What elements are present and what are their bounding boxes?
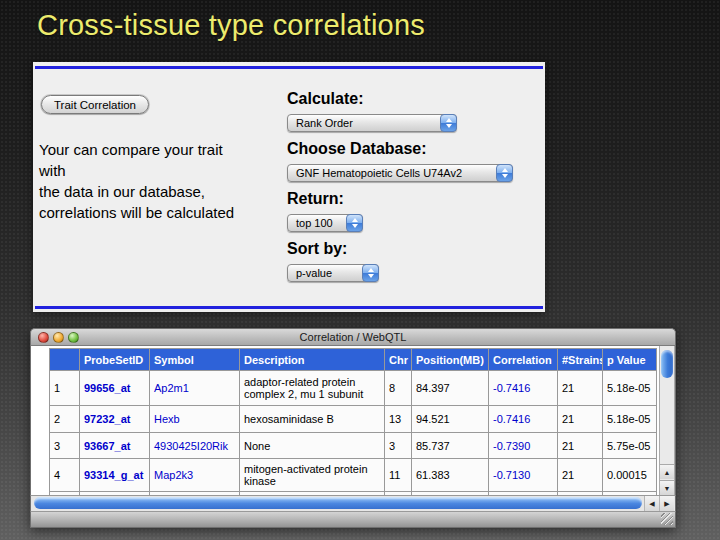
vertical-scrollbar-thumb[interactable] [661,350,673,378]
cell-position: 94.521 [412,406,489,433]
trait-correlation-button[interactable]: Trait Correlation [41,95,149,114]
column-header-description: Description [240,349,385,371]
database-label: Choose Database: [287,140,539,158]
column-header-position: Position(MB) [412,349,489,371]
cell-pvalue: 0.00015 [603,459,657,492]
select-stepper-arrows-icon [346,214,363,232]
window-title: Correlation / WebQTL [300,331,407,343]
resize-grip[interactable] [661,513,673,525]
table-row: 4 93314_g_at Map2k3 mitogen-activated pr… [50,459,657,492]
window-content: ProbeSetID Symbol Description Chr Positi… [30,346,676,495]
database-selected-value: GNF Hematopoietic Cells U74Av2 [296,167,462,179]
cell-index: 3 [50,433,80,459]
column-header-pvalue: p Value [603,349,657,371]
zoom-window-icon[interactable] [68,332,79,343]
description-line: with [39,160,284,181]
correlation-results-window: Correlation / WebQTL ProbeSetID Symbol D… [30,328,676,528]
table-header-row: ProbeSetID Symbol Description Chr Positi… [50,349,657,371]
horizontal-scrollbar[interactable]: ◀ ▶ [30,495,676,512]
cell-probesetid-link[interactable]: 93667_at [80,433,150,459]
cell-strains: 21 [558,371,603,406]
cell-correlation-link[interactable]: -0.7390 [489,433,558,459]
cell-description: mitogen-activated protein kinase [240,459,385,492]
select-stepper-arrows-icon [362,264,379,282]
cell-strains: 21 [558,406,603,433]
cell-symbol-link[interactable]: Map2k3 [150,459,240,492]
cell-symbol-link[interactable]: 4930425I20Rik [150,433,240,459]
return-selected-value: top 100 [296,217,333,229]
form-options-column: Calculate: Rank Order Choose Database: G… [287,90,539,282]
horizontal-scrollbar-thumb[interactable] [34,497,642,509]
form-description: Your can compare your trait with the dat… [39,139,284,223]
scroll-up-arrow-icon[interactable]: ▲ [660,464,674,479]
column-header-symbol: Symbol [150,349,240,371]
cell-chr: 3 [385,433,412,459]
cell-description: hexosaminidase B [240,406,385,433]
scroll-left-arrow-icon[interactable]: ◀ [644,496,659,511]
column-header-correlation: Correlation [489,349,558,371]
description-line: Your can compare your trait [39,139,284,160]
table-row: 3 93667_at 4930425I20Rik None 3 85.737 -… [50,433,657,459]
cell-chr: 8 [385,371,412,406]
column-header-probesetid: ProbeSetID [80,349,150,371]
top-divider-rule [35,66,543,69]
close-window-icon[interactable] [38,332,49,343]
return-label: Return: [287,190,539,208]
cell-index: 1 [50,371,80,406]
cell-chr: 13 [385,406,412,433]
cell-probesetid-link[interactable]: 97232_at [80,406,150,433]
calculate-selected-value: Rank Order [296,117,353,129]
return-select[interactable]: top 100 [287,214,363,232]
scroll-right-arrow-icon[interactable]: ▶ [659,496,674,511]
description-line: correlations will be calculated [39,202,284,223]
window-titlebar[interactable]: Correlation / WebQTL [30,328,676,346]
table-row: 1 99656_at Ap2m1 adaptor-related protein… [50,371,657,406]
cell-symbol-link[interactable]: Ap2m1 [150,371,240,406]
slide-background: Cross-tissue type correlations Trait Cor… [0,0,720,540]
column-header-strains: #Strains [558,349,603,371]
select-stepper-arrows-icon [440,114,457,132]
cell-position: 84.397 [412,371,489,406]
cell-description: None [240,433,385,459]
cell-probesetid-link[interactable]: 99656_at [80,371,150,406]
cell-index: 2 [50,406,80,433]
cell-correlation-link[interactable]: -0.7416 [489,371,558,406]
window-controls [38,332,79,343]
correlation-results-table: ProbeSetID Symbol Description Chr Positi… [49,348,657,495]
cell-probesetid-link[interactable]: 93314_g_at [80,459,150,492]
calculate-label: Calculate: [287,90,539,108]
minimize-window-icon[interactable] [53,332,64,343]
sort-by-selected-value: p-value [296,267,332,279]
bottom-divider-rule [35,306,543,309]
trait-correlation-form-panel: Trait Correlation Your can compare your … [33,62,545,312]
select-stepper-arrows-icon [496,164,513,182]
scroll-down-arrow-icon[interactable]: ▼ [660,480,674,495]
calculate-select[interactable]: Rank Order [287,114,457,132]
cell-correlation-link[interactable]: -0.7416 [489,406,558,433]
window-status-bar [30,512,676,528]
cell-chr: 11 [385,459,412,492]
slide-title: Cross-tissue type correlations [37,9,425,42]
cell-pvalue: 5.18e-05 [603,371,657,406]
cell-description: adaptor-related protein complex 2, mu 1 … [240,371,385,406]
description-line: the data in our database, [39,181,284,202]
vertical-scrollbar[interactable]: ▲ ▼ [659,346,675,495]
cell-pvalue: 5.75e-05 [603,433,657,459]
cell-correlation-link[interactable]: -0.7130 [489,459,558,492]
table-row: 2 97232_at Hexb hexosaminidase B 13 94.5… [50,406,657,433]
cell-position: 61.383 [412,459,489,492]
cell-strains: 21 [558,433,603,459]
sort-by-label: Sort by: [287,240,539,258]
cell-strains: 21 [558,459,603,492]
sort-by-select[interactable]: p-value [287,264,379,282]
column-header-chr: Chr [385,349,412,371]
column-header-index [50,349,80,371]
cell-symbol-link[interactable]: Hexb [150,406,240,433]
cell-index: 4 [50,459,80,492]
cell-pvalue: 5.18e-05 [603,406,657,433]
cell-position: 85.737 [412,433,489,459]
database-select[interactable]: GNF Hematopoietic Cells U74Av2 [287,164,513,182]
